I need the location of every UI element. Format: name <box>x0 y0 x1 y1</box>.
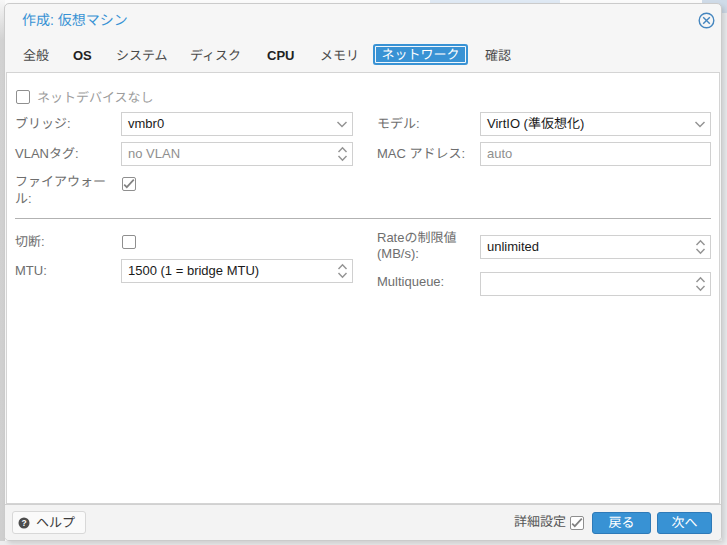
svg-text:?: ? <box>21 518 26 528</box>
